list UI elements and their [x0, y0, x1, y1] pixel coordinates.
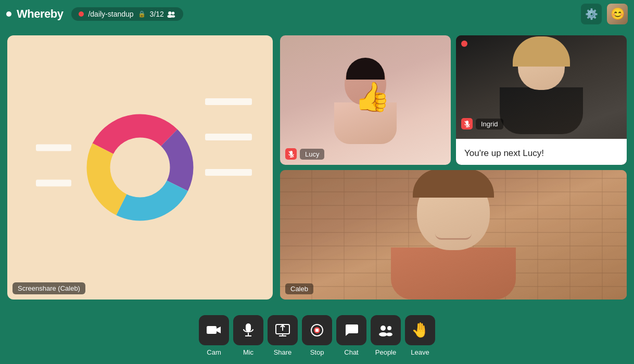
leave-label: Leave — [411, 348, 429, 356]
avatar-face: 😊 — [607, 4, 628, 24]
logo-dot — [6, 11, 11, 17]
avatar-image: 😊 — [607, 4, 628, 24]
chart-labels-right — [205, 98, 252, 176]
caleb-name-badge: Caleb — [285, 283, 313, 294]
user-avatar[interactable]: 😊 — [607, 4, 628, 24]
video-tile-ingrid: You're up next Lucy! Ingrid — [456, 35, 627, 165]
ingrid-overlay: You're up next Lucy! — [456, 139, 627, 165]
ingrid-recording-dot — [461, 41, 467, 47]
ingrid-name-badge: Ingrid — [461, 118, 503, 129]
label-bar — [36, 179, 71, 186]
participant-count: 3/12 — [150, 10, 176, 18]
video-tile-caleb: Caleb — [280, 170, 627, 300]
chat-icon-bg — [336, 315, 366, 345]
share-icon-bg — [268, 315, 298, 345]
lock-icon: 🔒 — [138, 10, 146, 18]
chat-button[interactable]: Chat — [336, 315, 366, 356]
donut-chart — [78, 105, 202, 230]
video-bg-caleb — [280, 170, 627, 300]
video-grid: 👍 Lucy — [280, 35, 627, 300]
room-info[interactable]: /daily-standup 🔒 3/12 — [71, 7, 183, 21]
logo-text: Whereby — [17, 7, 63, 21]
share-icon — [275, 324, 290, 336]
video-tile-lucy: 👍 Lucy — [280, 35, 451, 165]
header-right: ⚙️ 😊 — [581, 4, 628, 24]
mic-icon-bg — [233, 315, 263, 345]
label-bar — [205, 169, 252, 176]
people-icon — [378, 324, 394, 336]
ingrid-name: Ingrid — [476, 119, 503, 129]
svg-rect-17 — [207, 326, 217, 334]
label-bar — [205, 134, 252, 140]
settings-button[interactable]: ⚙️ — [581, 4, 602, 24]
svg-point-3 — [171, 15, 175, 18]
svg-point-0 — [168, 11, 171, 15]
video-bg-ingrid: You're up next Lucy! — [456, 35, 627, 165]
svg-point-8 — [114, 141, 166, 193]
svg-rect-27 — [315, 329, 319, 332]
lucy-mute-icon — [285, 148, 297, 160]
main-content: Screenshare (Caleb) 👍 — [0, 28, 634, 307]
caleb-name: Caleb — [285, 283, 313, 294]
mic-icon — [243, 323, 254, 337]
svg-point-28 — [381, 326, 386, 331]
share-label: Share — [274, 348, 292, 356]
mic-button[interactable]: Mic — [233, 315, 263, 356]
cam-icon-bg — [199, 315, 229, 345]
svg-point-30 — [387, 326, 391, 330]
header: Whereby /daily-standup 🔒 3/12 ⚙️ 😊 — [0, 0, 634, 28]
people-icon — [167, 10, 176, 18]
label-bar — [205, 98, 252, 105]
count-text: 3/12 — [150, 10, 164, 18]
stop-label: Stop — [310, 348, 324, 356]
stop-icon — [310, 323, 324, 337]
room-name: /daily-standup — [88, 10, 133, 18]
lucy-name: Lucy — [300, 149, 324, 160]
cam-icon — [207, 324, 221, 336]
ingrid-message: You're up next Lucy! — [464, 148, 618, 159]
chart-container — [7, 35, 273, 300]
leave-button[interactable]: 🤚 Leave — [405, 315, 435, 356]
svg-point-31 — [386, 332, 392, 336]
svg-point-2 — [172, 12, 174, 15]
logo: Whereby — [6, 7, 63, 21]
leave-icon: 🤚 — [411, 321, 429, 339]
cam-label: Cam — [207, 348, 221, 356]
bottom-bar: Cam Mic Share — [0, 307, 634, 364]
lucy-name-badge: Lucy — [285, 148, 324, 160]
people-button[interactable]: People — [371, 315, 401, 356]
cam-button[interactable]: Cam — [199, 315, 229, 356]
svg-rect-18 — [246, 323, 251, 332]
chat-label: Chat — [344, 348, 358, 356]
share-button[interactable]: Share — [268, 315, 298, 356]
ingrid-mute-icon — [461, 118, 473, 129]
people-label: People — [375, 348, 396, 356]
video-bg-lucy: 👍 — [280, 35, 451, 165]
recording-indicator — [79, 11, 84, 17]
mic-label: Mic — [243, 348, 253, 356]
screenshare-label: Screenshare (Caleb) — [12, 282, 85, 294]
leave-icon-bg: 🤚 — [405, 315, 435, 345]
stop-button[interactable]: Stop — [302, 315, 332, 356]
screenshare-panel: Screenshare (Caleb) — [7, 35, 273, 300]
svg-point-29 — [379, 332, 387, 336]
thumbs-up-emoji: 👍 — [354, 80, 390, 114]
label-bar — [36, 144, 71, 151]
people-icon-bg — [371, 315, 401, 345]
chart-labels-left — [36, 144, 71, 186]
chat-icon — [345, 323, 358, 337]
stop-icon-bg — [302, 315, 332, 345]
